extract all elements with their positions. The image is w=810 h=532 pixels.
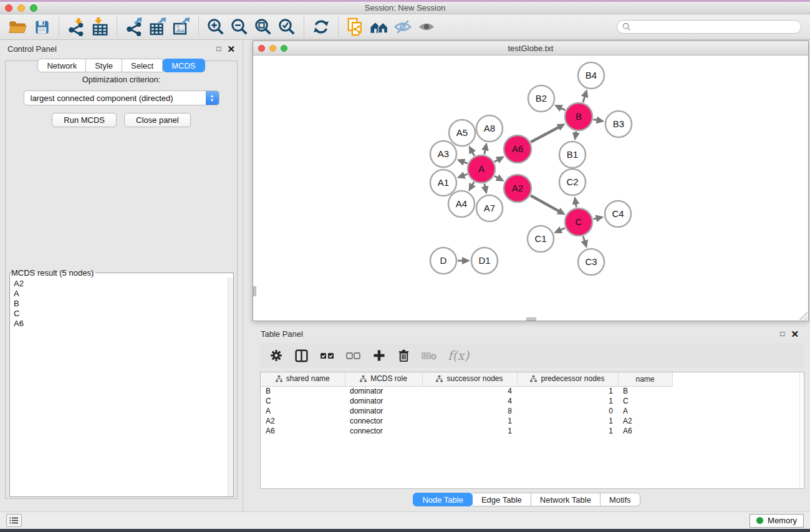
table-cell[interactable]: 1 <box>517 426 618 436</box>
graph-node-A3[interactable]: A3 <box>430 141 456 167</box>
list-item[interactable]: A2 <box>14 279 233 289</box>
hide-selected-button[interactable] <box>391 16 415 37</box>
first-neighbors-button[interactable] <box>367 16 391 37</box>
tab-edge-table[interactable]: Edge Table <box>473 493 531 506</box>
minimize-button[interactable] <box>17 4 25 12</box>
table-cell[interactable]: B <box>261 386 345 396</box>
graph-node-A[interactable]: A <box>468 155 495 183</box>
table-cell[interactable]: connector <box>345 426 422 436</box>
new-network-from-selection-button[interactable] <box>344 16 367 37</box>
float-panel-icon[interactable]: □ <box>216 45 221 52</box>
table-cell[interactable]: 1 <box>517 386 618 396</box>
graph-edge-A-A7[interactable] <box>485 184 485 188</box>
unselect-all-columns-button[interactable] <box>345 349 362 362</box>
table-row[interactable]: Cdominator41C <box>261 396 804 406</box>
table-cell[interactable]: dominator <box>345 406 422 416</box>
table-cell[interactable]: 1 <box>422 416 517 426</box>
open-session-button[interactable] <box>6 16 30 37</box>
graph-node-C3[interactable]: C3 <box>578 249 604 275</box>
table-row[interactable]: A6connector11A6 <box>261 426 804 436</box>
graph-node-C1[interactable]: C1 <box>528 226 554 252</box>
graph-node-D[interactable]: D <box>430 248 456 274</box>
graph-edge-A-A2[interactable] <box>494 176 498 178</box>
result-scrollbar[interactable] <box>228 278 233 496</box>
close-panel-button[interactable]: Close panel <box>124 113 191 127</box>
column-header-name[interactable]: name <box>618 372 672 386</box>
tab-style[interactable]: Style <box>86 59 122 72</box>
graph-node-A1[interactable]: A1 <box>430 170 456 196</box>
table-cell[interactable]: C <box>618 396 672 406</box>
graph-node-C4[interactable]: C4 <box>605 201 631 227</box>
list-item[interactable]: A <box>14 289 233 299</box>
table-cell[interactable]: 1 <box>517 416 618 426</box>
graph-edge-C-C1[interactable] <box>560 228 565 231</box>
graph-node-A6[interactable]: A6 <box>504 135 531 163</box>
table-settings-button[interactable] <box>269 348 284 363</box>
close-button[interactable] <box>5 4 12 12</box>
zoom-selected-button[interactable] <box>275 16 299 37</box>
zoom-button[interactable] <box>30 4 37 12</box>
graph-edge-A-A3[interactable] <box>463 162 468 163</box>
select-all-columns-button[interactable] <box>319 349 335 362</box>
graph-edge-A-A5[interactable] <box>472 152 475 156</box>
graph-node-D1[interactable]: D1 <box>471 248 498 274</box>
table-row[interactable]: A2connector11A2 <box>261 416 804 426</box>
tab-network[interactable]: Network <box>37 59 86 72</box>
save-session-button[interactable] <box>30 16 54 37</box>
column-header-shared-name[interactable]: shared name <box>261 372 345 386</box>
graph-node-B[interactable]: B <box>565 103 592 130</box>
close-button[interactable] <box>258 45 265 52</box>
tab-node-table[interactable]: Node Table <box>413 493 473 506</box>
resize-grip[interactable] <box>799 311 808 320</box>
graph-node-B2[interactable]: B2 <box>528 85 554 112</box>
graph-edge-B-B4[interactable] <box>583 96 585 102</box>
function-builder-button[interactable]: f(x) <box>448 348 469 363</box>
table-scrollbar[interactable] <box>799 372 804 488</box>
close-panel-icon[interactable]: ✕ <box>791 329 799 339</box>
vertical-scroll-thumb[interactable] <box>253 286 256 296</box>
delete-table-button[interactable] <box>421 350 438 361</box>
column-header-successor-nodes[interactable]: successor nodes <box>422 372 517 386</box>
graph-node-B3[interactable]: B3 <box>605 111 632 137</box>
graph-node-B1[interactable]: B1 <box>559 142 586 168</box>
table-row[interactable]: Bdominator41B <box>261 386 804 396</box>
table-cell[interactable]: 8 <box>422 406 517 416</box>
table-cell[interactable]: dominator <box>345 396 422 406</box>
horizontal-scroll-thumb[interactable] <box>526 317 536 321</box>
search-input[interactable] <box>634 22 796 31</box>
graph-node-C2[interactable]: C2 <box>559 169 586 195</box>
table-cell[interactable]: A2 <box>261 416 345 426</box>
network-canvas[interactable]: B4B2BB3B1A5A8A6A3AA1A2C2A4A7C4CC1C3DD1 <box>253 56 808 321</box>
graph-node-A2[interactable]: A2 <box>504 175 531 202</box>
graph-edge-A-A1[interactable] <box>463 174 467 175</box>
table-cell[interactable]: A <box>261 406 345 416</box>
graph-node-A5[interactable]: A5 <box>449 120 475 146</box>
graph-node-C[interactable]: C <box>565 208 592 236</box>
table-cell[interactable]: connector <box>345 416 422 426</box>
export-table-button[interactable] <box>146 16 170 37</box>
column-header-predecessor-nodes[interactable]: predecessor nodes <box>517 372 618 386</box>
table-cell[interactable]: 1 <box>422 426 517 436</box>
graph-edge-A-A4[interactable] <box>472 182 474 186</box>
graph-node-A8[interactable]: A8 <box>476 115 503 142</box>
export-image-button[interactable] <box>170 16 193 37</box>
table-cell[interactable]: dominator <box>345 386 422 396</box>
graph-edge-C-C4[interactable] <box>594 218 597 219</box>
graph-edge-C-C3[interactable] <box>583 236 585 242</box>
show-columns-button[interactable] <box>294 348 309 364</box>
table-cell[interactable]: 0 <box>517 406 618 416</box>
table-row[interactable]: Adominator80A <box>261 406 804 416</box>
tab-select[interactable]: Select <box>122 59 163 72</box>
zoom-button[interactable] <box>281 45 287 52</box>
delete-column-button[interactable] <box>397 348 411 363</box>
graph-edge-A-A8[interactable] <box>485 149 486 154</box>
graph-node-B4[interactable]: B4 <box>578 62 604 89</box>
zoom-fit-button[interactable] <box>251 16 275 37</box>
tab-motifs[interactable]: Motifs <box>600 493 640 506</box>
table-cell[interactable]: 1 <box>517 396 618 406</box>
tab-mcds[interactable]: MCDS <box>163 59 205 72</box>
graph-edge-A2-C[interactable] <box>531 196 559 212</box>
create-column-button[interactable] <box>372 348 387 363</box>
import-table-button[interactable] <box>88 16 112 37</box>
graph-node-A7[interactable]: A7 <box>476 195 503 221</box>
